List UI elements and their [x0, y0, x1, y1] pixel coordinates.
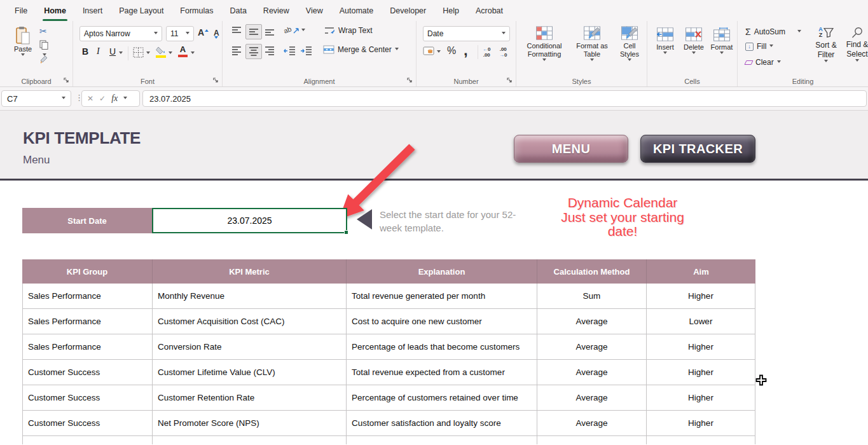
name-box[interactable]: C7: [1, 90, 71, 107]
table-cell[interactable]: Average: [537, 309, 647, 334]
fill-button[interactable]: ↓ Fill: [745, 42, 773, 51]
table-cell[interactable]: Sales Performance: [22, 284, 153, 309]
align-bottom-button[interactable]: [263, 25, 276, 37]
table-cell[interactable]: Average: [537, 385, 647, 411]
align-right-button[interactable]: [263, 45, 276, 57]
insert-cells-button[interactable]: Insert: [652, 27, 678, 56]
underline-caret-icon[interactable]: [119, 51, 123, 56]
header-kpi-group[interactable]: KPI Group: [22, 259, 153, 284]
table-cell[interactable]: Percentage of customers retained over ti…: [347, 385, 537, 411]
table-cell[interactable]: Sum: [537, 284, 647, 309]
tab-developer[interactable]: Developer: [382, 0, 434, 21]
fill-color-caret-icon[interactable]: [169, 51, 172, 56]
table-cell[interactable]: Cost to acquire one new customer: [347, 309, 537, 334]
tab-data[interactable]: Data: [221, 0, 254, 21]
italic-button[interactable]: I: [97, 46, 100, 57]
decrease-indent-button[interactable]: [284, 45, 296, 57]
kpi-tracker-button[interactable]: KPI TRACKER: [640, 135, 755, 163]
table-cell[interactable]: Customer Success: [22, 385, 153, 411]
align-left-button[interactable]: [230, 45, 243, 57]
underline-button[interactable]: U: [109, 46, 116, 57]
table-cell[interactable]: Total revenue expected from a customer: [347, 360, 537, 385]
table-cell[interactable]: Average: [537, 411, 647, 436]
table-cell[interactable]: [22, 436, 153, 444]
merge-center-button[interactable]: Merge & Center: [323, 45, 399, 54]
paste-caret-icon[interactable]: [21, 53, 25, 58]
accounting-caret-icon[interactable]: [437, 50, 441, 55]
delete-cells-button[interactable]: Delete: [680, 27, 707, 56]
font-size-combo[interactable]: 11: [166, 26, 194, 41]
table-cell[interactable]: Customer Success: [22, 360, 153, 385]
grow-font-button[interactable]: A: [198, 27, 208, 38]
table-cell[interactable]: Higher: [647, 385, 755, 411]
increase-indent-button[interactable]: [300, 45, 313, 57]
insert-function-icon[interactable]: fx: [111, 93, 118, 104]
tab-page-layout[interactable]: Page Layout: [111, 0, 172, 21]
cut-button[interactable]: ✂: [39, 26, 47, 36]
tab-home[interactable]: Home: [36, 0, 74, 21]
table-cell[interactable]: [537, 436, 647, 444]
wrap-text-button[interactable]: Wrap Text: [324, 26, 373, 35]
table-cell[interactable]: Monthly Revenue: [153, 284, 347, 309]
tab-automate[interactable]: Automate: [331, 0, 382, 21]
tab-file[interactable]: File: [6, 0, 36, 21]
table-cell[interactable]: Higher: [647, 284, 755, 309]
header-calculation-method[interactable]: Calculation Method: [537, 259, 647, 284]
tab-review[interactable]: Review: [255, 0, 298, 21]
orientation-button[interactable]: ab: [284, 26, 305, 34]
format-painter-button[interactable]: [39, 54, 50, 64]
table-cell[interactable]: Higher: [647, 360, 755, 385]
bold-button[interactable]: B: [82, 46, 88, 57]
font-color-caret-icon[interactable]: [191, 51, 195, 56]
table-cell[interactable]: Total revenue generated per month: [347, 284, 537, 309]
font-dialog-launcher[interactable]: [213, 78, 219, 84]
paste-button[interactable]: Paste: [9, 26, 37, 58]
table-cell[interactable]: Net Promoter Score (NPS): [153, 411, 347, 436]
table-cell[interactable]: Higher: [647, 334, 755, 360]
tab-formulas[interactable]: Formulas: [172, 0, 221, 21]
table-cell[interactable]: Conversion Rate: [153, 334, 347, 360]
tab-help[interactable]: Help: [434, 0, 467, 21]
shrink-font-button[interactable]: A: [214, 29, 222, 46]
table-cell[interactable]: Sales Performance: [22, 309, 153, 334]
table-cell[interactable]: [347, 436, 537, 444]
decrease-decimal-button[interactable]: .00 →0: [499, 46, 507, 58]
align-center-button[interactable]: [245, 44, 262, 59]
table-cell[interactable]: Sales Performance: [22, 334, 153, 360]
fill-handle[interactable]: [344, 230, 348, 235]
clear-button[interactable]: Clear: [745, 58, 781, 67]
number-dialog-launcher[interactable]: [507, 78, 513, 84]
table-cell[interactable]: Lower: [647, 309, 755, 334]
table-cell[interactable]: Customer Retention Rate: [153, 385, 347, 411]
start-date-cell[interactable]: 23.07.2025: [152, 208, 347, 233]
table-cell[interactable]: Customer Lifetime Value (CLV): [153, 360, 347, 385]
table-cell[interactable]: [647, 436, 755, 444]
sort-filter-button[interactable]: AZ Sort & Filter: [811, 27, 841, 64]
header-explanation[interactable]: Explanation: [347, 259, 537, 284]
cell-styles-button[interactable]: Cell Styles: [614, 26, 645, 63]
comma-style-button[interactable]: ,: [464, 41, 468, 59]
accounting-format-button[interactable]: [423, 46, 434, 56]
fill-color-button[interactable]: [156, 46, 166, 58]
format-as-table-button[interactable]: Format as Table: [572, 26, 612, 63]
borders-button[interactable]: [133, 47, 144, 58]
autosum-button[interactable]: Σ AutoSum: [745, 27, 801, 37]
table-cell[interactable]: Average: [537, 334, 647, 360]
format-cells-button[interactable]: Format: [708, 27, 735, 56]
clipboard-dialog-launcher[interactable]: [64, 78, 70, 84]
find-select-button[interactable]: Find & Select: [843, 27, 868, 64]
alignment-dialog-launcher[interactable]: [407, 78, 413, 84]
cancel-icon[interactable]: ✕: [87, 94, 93, 103]
table-cell[interactable]: Customer satisfaction and loyalty score: [347, 411, 537, 436]
tab-acrobat[interactable]: Acrobat: [467, 0, 511, 21]
table-cell[interactable]: Percentage of leads that become customer…: [347, 334, 537, 360]
header-aim[interactable]: Aim: [647, 259, 755, 284]
table-cell[interactable]: Average: [537, 360, 647, 385]
tab-insert[interactable]: Insert: [74, 0, 111, 21]
menu-button[interactable]: MENU: [514, 135, 628, 163]
tab-view[interactable]: View: [298, 0, 331, 21]
table-cell[interactable]: Higher: [647, 411, 755, 436]
percent-style-button[interactable]: %: [447, 45, 456, 57]
font-name-combo[interactable]: Aptos Narrow: [79, 26, 162, 41]
number-format-combo[interactable]: Date: [423, 26, 510, 41]
